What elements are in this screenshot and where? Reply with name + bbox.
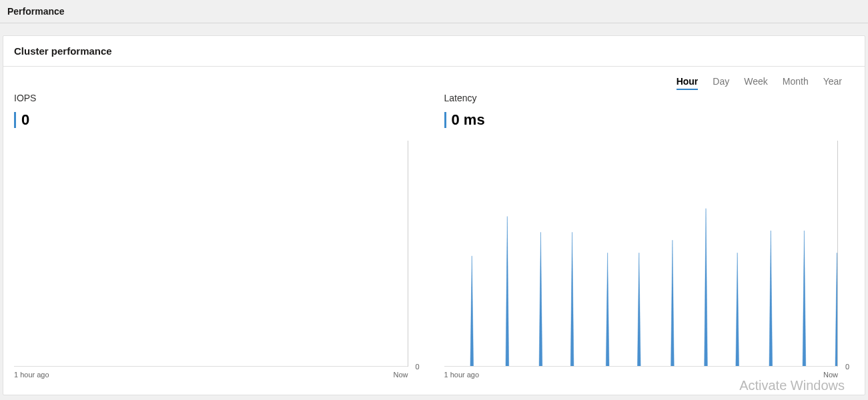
latency-y-zero: 0 <box>845 363 849 371</box>
panel-title: Cluster performance <box>3 36 865 67</box>
iops-y-zero: 0 <box>415 363 419 371</box>
latency-x-left: 1 hour ago <box>444 371 480 379</box>
latency-chart-area: 0 <box>444 141 839 367</box>
latency-chart-block: Latency 0 ms 0 1 hour ago Now <box>444 93 855 379</box>
tab-month[interactable]: Month <box>783 76 809 90</box>
latency-x-right: Now <box>823 371 838 379</box>
latency-title: Latency <box>444 93 855 103</box>
iops-x-left: 1 hour ago <box>14 371 49 379</box>
iops-value-bar <box>14 112 16 128</box>
tab-week[interactable]: Week <box>744 76 768 90</box>
latency-value: 0 ms <box>452 111 485 129</box>
tab-day[interactable]: Day <box>713 76 729 90</box>
tab-hour[interactable]: Hour <box>677 76 699 90</box>
page-title: Performance <box>0 0 868 23</box>
time-range-tabs: Hour Day Week Month Year <box>3 67 865 93</box>
cluster-performance-panel: Cluster performance Hour Day Week Month … <box>3 35 865 395</box>
tab-year[interactable]: Year <box>823 76 842 90</box>
iops-chart-area: 0 <box>14 141 408 367</box>
iops-value: 0 <box>21 111 29 129</box>
iops-chart-block: IOPS 0 0 1 hour ago Now <box>14 93 424 379</box>
iops-title: IOPS <box>14 93 424 103</box>
latency-value-bar <box>444 112 446 128</box>
iops-x-right: Now <box>393 371 408 379</box>
